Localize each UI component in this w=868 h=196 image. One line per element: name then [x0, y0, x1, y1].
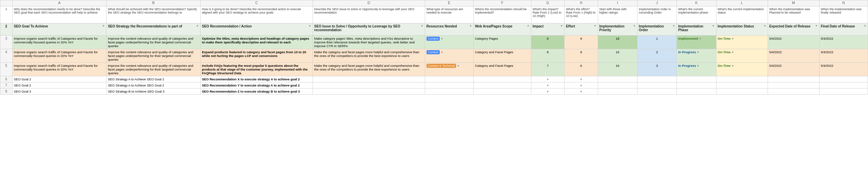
impact-dropdown-icon[interactable]: ▼	[547, 78, 549, 81]
table-row: 6SEO Goal 2SEO Strategy A to Achieve SEO…	[0, 76, 868, 82]
col-k-filter-icon[interactable]: ▼	[712, 24, 715, 27]
col-d-desc: Describe the SEO issue to solve or Oppor…	[313, 6, 425, 23]
col-n-filter-icon[interactable]: ▼	[864, 24, 866, 27]
cell-status: On-Time ▼	[716, 63, 768, 76]
impact-dropdown-icon[interactable]: ▼	[547, 84, 549, 87]
col-letter-i[interactable]: I	[598, 0, 637, 6]
col-d-filter-icon[interactable]: ▼	[421, 24, 423, 27]
col-g-desc: What's the impact? Rate From 1 (Low) to …	[531, 6, 564, 23]
cell-phase: Implemented ▼	[677, 36, 716, 49]
cell-web-area	[473, 89, 531, 95]
cell-order	[637, 76, 676, 82]
col-c-filter-icon[interactable]: ▼	[309, 24, 311, 27]
effort-dropdown-icon[interactable]: ▼	[580, 78, 583, 81]
phase-dropdown-icon[interactable]: ▼	[696, 64, 699, 67]
col-f-filter-icon[interactable]: ▼	[527, 24, 530, 27]
resource-dropdown-icon[interactable]: ▼	[456, 64, 459, 67]
col-letter-n[interactable]: N	[819, 0, 868, 6]
col-letter-l[interactable]: L	[716, 0, 768, 6]
col-letter-g[interactable]: G	[531, 0, 564, 6]
cell-resources: Content ▼	[425, 49, 473, 63]
spreadsheet: A B C D E F G H I J K L M N 1 Why does t…	[0, 0, 868, 95]
col-j-filter-icon[interactable]: ▼	[672, 24, 675, 27]
phase-dropdown-icon[interactable]: ▼	[698, 37, 702, 40]
col-d-header[interactable]: SEO Issue to Solve / Opportunity to Leve…	[313, 23, 425, 36]
col-g-header[interactable]: Impact ▼	[531, 23, 564, 36]
col-h-filter-icon[interactable]: ▼	[594, 24, 596, 27]
col-e-desc: What type of resources are needed to exe…	[425, 6, 473, 23]
col-letter-k[interactable]: K	[677, 0, 716, 6]
col-a-header[interactable]: SEO Goal To Achieve ▼	[12, 23, 106, 36]
status-dropdown-icon[interactable]: ▼	[731, 51, 734, 54]
effort-dropdown-icon[interactable]: ▼	[580, 84, 583, 87]
col-b-filter-icon[interactable]: ▼	[196, 24, 199, 27]
impact-dropdown-icon[interactable]: ▼	[547, 90, 549, 93]
cell-priority	[598, 89, 637, 95]
cell-order	[637, 89, 676, 95]
corner-cell	[0, 0, 13, 6]
cell-priority: 16	[598, 49, 637, 63]
cell-web-area: Category Pages	[473, 36, 531, 49]
col-f-desc: Where the recommendation should be imple…	[473, 6, 531, 23]
cell-effort: 9	[565, 36, 598, 49]
cell-final-date	[819, 82, 868, 89]
col-e-header[interactable]: Resources Needed ▼	[425, 23, 473, 36]
col-m-filter-icon[interactable]: ▼	[815, 24, 818, 27]
col-letter-f[interactable]: F	[473, 0, 531, 6]
effort-dropdown-icon[interactable]: ▼	[580, 90, 583, 93]
col-n-header[interactable]: Final Date of Release ▼	[819, 23, 868, 36]
row-num-4: 4	[0, 49, 13, 63]
col-m-header[interactable]: Expected Date of Release ▼	[768, 23, 819, 36]
cell-effort: ▼	[565, 82, 598, 89]
cell-seo-issue	[313, 89, 425, 95]
column-descriptions-row: 1 Why does the recommendation needs to b…	[0, 6, 868, 23]
col-letter-b[interactable]: B	[106, 0, 200, 6]
col-b-header[interactable]: SEO Strategy the Recommendations is part…	[106, 23, 200, 36]
col-letter-j[interactable]: J	[637, 0, 676, 6]
cell-resources: Content & Technical ▼	[425, 63, 473, 76]
status-dropdown-icon[interactable]: ▼	[731, 64, 734, 67]
cell-effort: 6	[565, 63, 598, 76]
col-l-filter-icon[interactable]: ▼	[764, 24, 766, 27]
resource-dropdown-icon[interactable]: ▼	[440, 37, 443, 40]
phase-dropdown-icon[interactable]: ▼	[696, 51, 699, 54]
cell-final-date: 5/4/2022	[819, 49, 868, 63]
col-b-desc: What should be achieved with the SEO rec…	[106, 6, 200, 23]
status-dropdown-icon[interactable]: ▼	[731, 37, 734, 40]
cell-seo-goal: Improve organic search traffic of Catego…	[12, 49, 106, 63]
cell-impact: ▼	[531, 89, 564, 95]
cell-seo-strategy: SEO Strategy A to Achieve SEO Goal 2	[106, 82, 200, 89]
col-k-header[interactable]: Implementation Phase ▼	[677, 23, 716, 36]
col-l-header[interactable]: Implementation Status ▼	[716, 23, 768, 36]
cell-order: 3	[637, 63, 676, 76]
cell-status: On-Time ▼	[716, 36, 768, 49]
col-letter-h[interactable]: H	[565, 0, 598, 6]
col-h-desc: What's the effort? Rate From 1 (High) to…	[565, 6, 598, 23]
cell-web-area: Category and Facet Pages	[473, 63, 531, 76]
cell-impact: 9	[531, 36, 564, 49]
col-letter-a[interactable]: A	[12, 0, 106, 6]
cell-phase	[677, 76, 716, 82]
cell-priority: 18	[598, 36, 637, 49]
col-a-filter-icon[interactable]: ▼	[102, 24, 105, 27]
cell-effort: ▼	[565, 89, 598, 95]
cell-impact: 8	[531, 49, 564, 63]
col-letter-c[interactable]: C	[200, 0, 313, 6]
col-letter-e[interactable]: E	[425, 0, 473, 6]
col-j-header[interactable]: Implementation Order ▼	[637, 23, 676, 36]
cell-seo-strategy: Improve the content relevance and qualit…	[106, 36, 200, 49]
cell-seo-recommendation: SEO Recommendation Y to execute strategy…	[200, 82, 313, 89]
col-h-header[interactable]: Effort ▼	[565, 23, 598, 36]
col-i-header[interactable]: Implementation Priority ▼	[598, 23, 637, 36]
col-e-filter-icon[interactable]: ▼	[469, 24, 472, 27]
col-i-filter-icon[interactable]: ▼	[633, 24, 636, 27]
table-row: 3Improve organic search traffic of Categ…	[0, 36, 868, 49]
col-letter-d[interactable]: D	[313, 0, 425, 6]
col-g-filter-icon[interactable]: ▼	[560, 24, 563, 27]
col-f-header[interactable]: Web Area/Pages Scope ▼	[473, 23, 531, 36]
col-c-header[interactable]: SEO Recommendation / Action ▼	[200, 23, 313, 36]
cell-web-area: Category and Facet Pages	[473, 49, 531, 63]
col-letter-m[interactable]: M	[768, 0, 819, 6]
resource-dropdown-icon[interactable]: ▼	[440, 51, 443, 54]
row-num-7: 7	[0, 82, 13, 89]
